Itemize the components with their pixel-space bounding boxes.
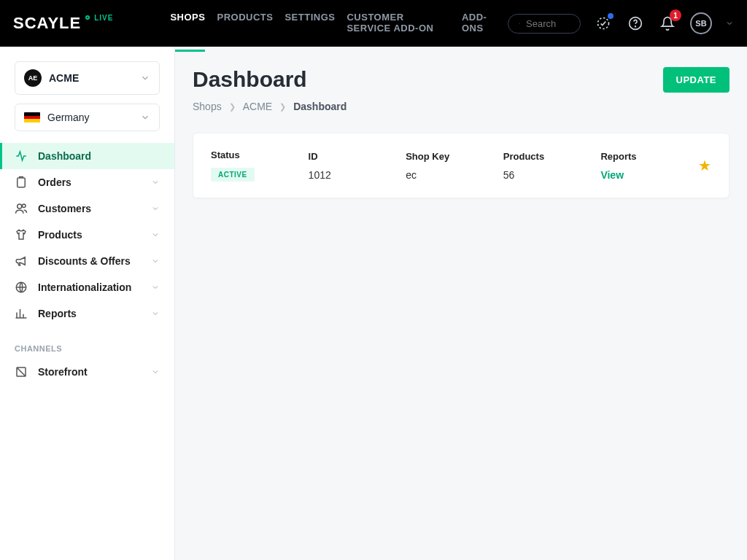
brand-name: SCAYLE	[13, 14, 81, 33]
chevron-down-icon	[151, 368, 160, 376]
shirt-icon	[15, 228, 28, 241]
country-selector-label: Germany	[47, 112, 90, 123]
sidebar: AE ACME Germany Dashboard Orders Custome…	[0, 47, 175, 560]
col-value-shopkey: ec	[406, 169, 503, 181]
sidebar-item-label: Customers	[38, 203, 91, 214]
layout-body: AE ACME Germany Dashboard Orders Custome…	[0, 47, 747, 560]
update-button[interactable]: UPDATE	[663, 67, 729, 93]
col-header-id: ID	[309, 151, 406, 162]
chevron-down-icon	[151, 204, 160, 213]
shop-selector[interactable]: AE ACME	[15, 61, 160, 95]
country-selector[interactable]: Germany	[15, 104, 160, 131]
user-menu-chevron-icon[interactable]	[725, 19, 734, 28]
sidebar-item-reports[interactable]: Reports	[0, 300, 174, 327]
col-header-products: Products	[503, 151, 601, 162]
shop-avatar: AE	[24, 69, 42, 87]
col-status: Status ACTIVE	[211, 149, 309, 182]
col-products: Products 56	[503, 151, 601, 181]
chevron-down-icon	[151, 283, 160, 292]
germany-flag-icon	[24, 112, 40, 122]
status-dot-icon	[608, 13, 614, 19]
sidebar-item-label: Storefront	[38, 366, 88, 378]
activity-status-icon[interactable]	[594, 14, 613, 33]
sidebar-item-orders[interactable]: Orders	[0, 169, 174, 195]
page-title: Dashboard	[193, 67, 347, 92]
globe-icon	[15, 281, 28, 294]
breadcrumb-shops[interactable]: Shops	[193, 101, 222, 112]
col-reports: Reports View	[600, 151, 698, 181]
breadcrumb: Shops ❯ ACME ❯ Dashboard	[193, 101, 347, 112]
col-value-id: 1012	[309, 169, 406, 181]
col-header-status: Status	[211, 149, 309, 160]
col-value-products: 56	[503, 169, 601, 181]
chevron-down-icon	[151, 230, 160, 239]
chevron-right-icon: ❯	[279, 102, 286, 112]
sidebar-item-discounts[interactable]: Discounts & Offers	[0, 248, 174, 274]
sidebar-item-label: Discounts & Offers	[38, 255, 131, 267]
col-header-reports: Reports	[600, 151, 698, 162]
activity-icon	[15, 149, 28, 163]
breadcrumb-current: Dashboard	[293, 101, 347, 112]
chevron-right-icon: ❯	[229, 102, 236, 112]
chevron-down-icon	[151, 309, 160, 318]
sidebar-item-label: Internationalization	[38, 281, 131, 293]
chevron-down-icon	[140, 73, 150, 83]
sidebar-item-label: Orders	[38, 176, 71, 188]
shop-selector-label: ACME	[49, 72, 79, 84]
svg-point-5	[18, 204, 22, 209]
sidebar-item-customers[interactable]: Customers	[0, 195, 174, 222]
storefront-icon	[15, 365, 28, 378]
user-avatar[interactable]: SB	[690, 12, 712, 34]
topbar: SCAYLE LIVE SHOPS PRODUCTS SETTINGS CUST…	[0, 0, 747, 47]
col-id: ID 1012	[309, 151, 406, 181]
main-nav: SHOPS PRODUCTS SETTINGS CUSTOMER SERVICE…	[170, 0, 495, 52]
sidebar-section-channels: CHANNELS	[0, 327, 174, 359]
sidebar-item-label: Dashboard	[38, 150, 91, 162]
notifications-icon[interactable]: 1	[658, 14, 677, 33]
search-icon	[519, 18, 520, 28]
main-content: Dashboard Shops ❯ ACME ❯ Dashboard UPDAT…	[175, 47, 747, 560]
sidebar-item-products[interactable]: Products	[0, 222, 174, 248]
brand-dot-icon	[85, 15, 90, 20]
status-badge: ACTIVE	[211, 168, 255, 182]
users-icon	[15, 202, 28, 215]
reports-view-link[interactable]: View	[600, 169, 698, 181]
nav-customer-service[interactable]: CUSTOMER SERVICE ADD-ON	[347, 0, 449, 52]
clipboard-icon	[15, 176, 28, 189]
summary-card: Status ACTIVE ID 1012 Shop Key ec Produc…	[193, 133, 729, 198]
nav-shops[interactable]: SHOPS	[170, 0, 205, 52]
svg-rect-4	[18, 178, 26, 187]
svg-point-3	[635, 26, 636, 27]
brand-logo[interactable]: SCAYLE LIVE	[13, 14, 113, 33]
notifications-badge: 1	[670, 9, 681, 21]
search-box[interactable]	[508, 14, 581, 34]
search-input[interactable]	[526, 18, 570, 29]
breadcrumb-acme[interactable]: ACME	[243, 101, 272, 112]
svg-point-6	[23, 204, 26, 208]
env-badge: LIVE	[94, 14, 113, 22]
nav-addons[interactable]: ADD-ONS	[462, 0, 495, 52]
col-header-shopkey: Shop Key	[406, 151, 503, 162]
sidebar-item-label: Reports	[38, 308, 77, 319]
sidebar-menu: Dashboard Orders Customers Products Disc…	[0, 143, 174, 385]
col-shopkey: Shop Key ec	[406, 151, 503, 181]
sidebar-item-intl[interactable]: Internationalization	[0, 274, 174, 300]
page-header: Dashboard Shops ❯ ACME ❯ Dashboard UPDAT…	[193, 67, 729, 112]
sidebar-item-label: Products	[38, 229, 82, 241]
nav-settings[interactable]: SETTINGS	[285, 0, 335, 52]
bar-chart-icon	[15, 307, 28, 320]
chevron-down-icon	[151, 257, 160, 265]
sidebar-item-storefront[interactable]: Storefront	[0, 359, 174, 385]
header-icons: 1 SB	[594, 12, 734, 34]
favorite-star-icon[interactable]: ★	[698, 157, 711, 174]
help-icon[interactable]	[626, 14, 645, 33]
chevron-down-icon	[151, 178, 160, 187]
sidebar-item-dashboard[interactable]: Dashboard	[0, 143, 174, 169]
megaphone-icon	[15, 254, 28, 268]
nav-products[interactable]: PRODUCTS	[217, 0, 273, 52]
chevron-down-icon	[140, 112, 150, 122]
svg-point-0	[519, 23, 519, 23]
